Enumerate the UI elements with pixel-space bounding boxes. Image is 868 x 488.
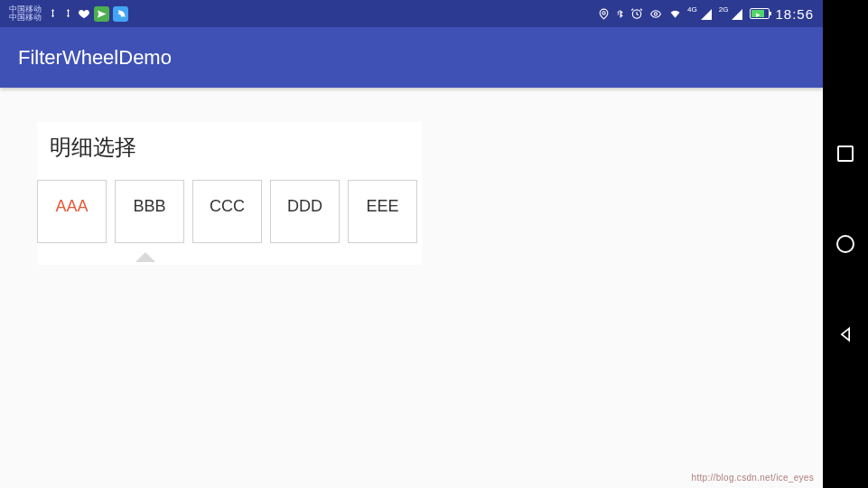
signal-2-label: 2G [719,5,729,14]
alarm-icon [630,7,643,20]
svg-point-0 [602,11,605,14]
card-title: 明细选择 [37,122,422,180]
clock: 18:56 [775,6,814,22]
filter-chip-row: AAA BBB CCC DDD EEE [37,180,422,254]
location-icon [598,8,610,20]
filter-chip[interactable]: DDD [270,180,340,243]
status-tray-right: 4G 2G ▸ 18:56 [598,6,814,22]
dropdown-indicator-row [37,254,422,265]
carrier-labels: 中国移动 中国移动 [9,5,42,22]
eye-icon [649,8,663,20]
signal-2-icon [732,8,744,20]
carrier-2: 中国移动 [9,14,42,22]
filter-chip[interactable]: BBB [115,180,184,243]
status-left: 中国移动 中国移动 [9,5,128,22]
filter-card: 明细选择 AAA BBB CCC DDD EEE [37,122,422,265]
bluetooth-icon [615,8,625,20]
status-bar: 中国移动 中国移动 [0,0,823,27]
app-badge-1-icon [94,6,109,22]
signal-1-icon [701,8,714,20]
signal-1-label: 4G [687,5,697,14]
nav-recent-button[interactable] [835,144,855,164]
usb-icon [47,8,59,20]
heart-icon [78,7,90,20]
svg-point-2 [654,12,657,14]
filter-chip[interactable]: CCC [192,180,262,243]
usb-icon [62,8,74,20]
nav-back-button[interactable] [835,324,855,344]
content-area: 明细选择 AAA BBB CCC DDD EEE [0,122,823,488]
dropdown-arrow-icon[interactable] [135,252,155,262]
app-bar: FilterWheelDemo [0,27,823,88]
filter-chip[interactable]: EEE [348,180,417,243]
wifi-icon [668,8,682,20]
filter-chip[interactable]: AAA [37,180,107,243]
app-badge-2-icon [113,6,128,22]
app-title: FilterWheelDemo [18,46,172,70]
watermark: http://blog.csdn.net/ice_eyes [692,473,814,483]
nav-home-button[interactable] [835,234,855,254]
status-tray-left [47,6,128,22]
battery-icon: ▸ [750,8,770,19]
system-nav-bar [823,0,868,488]
